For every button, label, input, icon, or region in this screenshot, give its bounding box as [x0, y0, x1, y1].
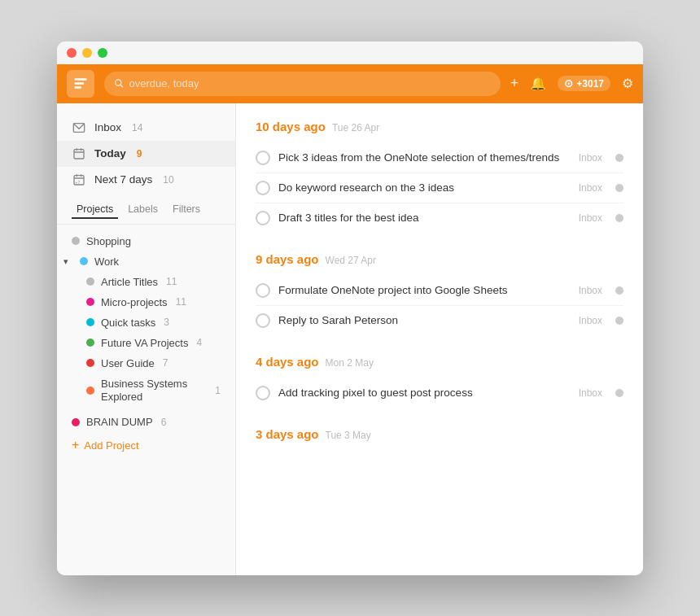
project-label: Article Titles — [101, 276, 158, 288]
sidebar: Inbox 14 Today 9 — [57, 103, 236, 575]
day-date: Tue 26 Apr — [332, 122, 379, 133]
task-content: 10 days ago Tue 26 Apr Pick 3 ideas from… — [236, 103, 643, 575]
today-label: Today — [94, 147, 126, 159]
day-date: Wed 27 Apr — [326, 255, 376, 266]
project-label: BRAIN DUMP — [86, 416, 153, 428]
app-logo — [67, 70, 94, 98]
project-micro-projects[interactable]: Micro-projects 11 — [57, 292, 235, 312]
today-icon — [72, 146, 86, 161]
project-dot — [86, 298, 94, 306]
project-business-systems[interactable]: Business Systems Explored 1 — [57, 374, 235, 409]
project-user-guide[interactable]: User Guide 7 — [57, 353, 235, 374]
points-icon: ⊙ — [564, 77, 573, 90]
day-header: 9 days ago Wed 27 Apr — [256, 252, 623, 266]
project-shopping[interactable]: Shopping — [57, 231, 235, 251]
task-tag: Inbox — [579, 212, 602, 224]
svg-point-3 — [116, 80, 121, 85]
notifications-button[interactable]: 🔔 — [530, 76, 546, 91]
project-work[interactable]: ▾ Work — [57, 251, 235, 272]
today-count: 9 — [137, 148, 142, 159]
sidebar-item-inbox[interactable]: Inbox 14 — [57, 115, 235, 141]
tab-labels[interactable]: Labels — [123, 201, 163, 219]
inbox-count: 14 — [132, 122, 142, 133]
task-text: Add tracking pixel to guest post process — [278, 387, 571, 399]
close-button[interactable] — [67, 48, 77, 58]
task-item: Reply to Sarah Peterson Inbox — [256, 306, 623, 335]
sidebar-item-today[interactable]: Today 9 — [57, 141, 235, 167]
task-text: Do keyword research on the 3 ideas — [278, 181, 571, 194]
task-complete-button[interactable] — [256, 313, 270, 328]
next7-count: 10 — [163, 174, 173, 186]
task-status-dot — [615, 154, 623, 162]
svg-line-4 — [120, 85, 123, 87]
task-tag: Inbox — [579, 315, 602, 326]
project-brain-dump[interactable]: BRAIN DUMP 6 — [57, 412, 235, 432]
svg-rect-1 — [75, 82, 85, 85]
task-item: Add tracking pixel to guest post process… — [256, 378, 623, 408]
day-header: 10 days ago Tue 26 Apr — [256, 120, 623, 133]
project-label: Business Systems Explored — [101, 378, 207, 405]
inbox-icon — [72, 120, 86, 135]
main-layout: Inbox 14 Today 9 — [57, 103, 643, 575]
sidebar-item-next7[interactable]: +7 Next 7 days 10 — [57, 167, 235, 193]
project-dot — [86, 339, 94, 347]
project-future-va[interactable]: Future VA Projects 4 — [57, 333, 235, 353]
project-count: 11 — [176, 296, 186, 308]
search-input[interactable] — [129, 77, 490, 90]
tab-filters[interactable]: Filters — [168, 201, 205, 219]
project-quick-tasks[interactable]: Quick tasks 3 — [57, 312, 235, 333]
day-label: 9 days ago — [256, 252, 319, 266]
task-tag: Inbox — [579, 152, 602, 164]
svg-rect-0 — [75, 78, 87, 81]
day-date: Tue 3 May — [326, 430, 371, 441]
project-dot — [86, 318, 94, 326]
search-bar[interactable] — [104, 72, 501, 96]
maximize-button[interactable] — [98, 48, 107, 58]
project-article-titles[interactable]: Article Titles 11 — [57, 272, 235, 292]
project-count: 6 — [161, 417, 167, 428]
day-label: 10 days ago — [256, 120, 326, 133]
next7-label: Next 7 days — [94, 173, 152, 186]
task-complete-button[interactable] — [256, 211, 270, 225]
project-label: Future VA Projects — [101, 337, 188, 349]
task-status-dot — [615, 286, 623, 295]
project-dot — [72, 418, 80, 426]
expand-arrow-icon: ▾ — [63, 256, 73, 266]
project-label: Quick tasks — [101, 317, 155, 329]
project-label: Work — [94, 256, 119, 268]
task-complete-button[interactable] — [256, 181, 270, 195]
task-text: Draft 3 titles for the best idea — [278, 212, 571, 224]
task-complete-button[interactable] — [256, 151, 270, 165]
toolbar-actions: + 🔔 ⊙ +3017 ⚙ — [510, 75, 633, 92]
project-count: 4 — [196, 337, 202, 348]
logo-icon — [72, 76, 89, 92]
svg-text:+7: +7 — [75, 180, 80, 185]
svg-rect-2 — [75, 86, 81, 89]
project-dot — [72, 237, 80, 245]
tab-projects[interactable]: Projects — [72, 201, 118, 219]
task-tag: Inbox — [579, 387, 602, 399]
points-value: +3017 — [576, 78, 604, 90]
task-item: Pick 3 ideas from the OneNote selection … — [256, 143, 623, 173]
task-text: Formulate OneNote project into Google Sh… — [278, 284, 571, 296]
task-text: Pick 3 ideas from the OneNote selection … — [278, 151, 571, 164]
toolbar: + 🔔 ⊙ +3017 ⚙ — [57, 64, 643, 103]
add-project-button[interactable]: + Add Project — [57, 432, 235, 458]
points-display: ⊙ +3017 — [558, 76, 610, 91]
task-text: Reply to Sarah Peterson — [278, 314, 571, 326]
minimize-button[interactable] — [82, 48, 92, 58]
add-button[interactable]: + — [510, 75, 519, 92]
settings-button[interactable]: ⚙ — [622, 76, 633, 91]
task-tag: Inbox — [579, 182, 602, 194]
task-item: Do keyword research on the 3 ideas Inbox — [256, 173, 623, 203]
project-count: 7 — [163, 357, 168, 369]
project-label: Shopping — [86, 235, 131, 247]
app-window: + 🔔 ⊙ +3017 ⚙ Inbox 14 — [57, 42, 643, 575]
task-complete-button[interactable] — [256, 283, 270, 298]
titlebar — [57, 42, 643, 64]
task-complete-button[interactable] — [256, 386, 270, 400]
day-header: 3 days ago Tue 3 May — [256, 427, 623, 441]
task-status-dot — [615, 184, 623, 192]
inbox-label: Inbox — [94, 121, 121, 133]
project-label: User Guide — [101, 357, 155, 369]
